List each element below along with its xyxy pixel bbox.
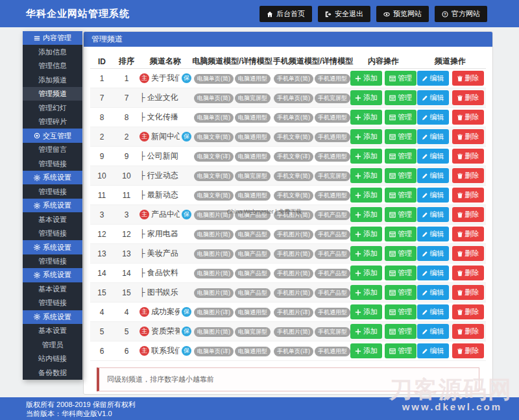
edit-button[interactable]: 编辑 [417,266,449,280]
delete-button[interactable]: 删除 [452,149,484,164]
manage-button[interactable]: 管理 [385,129,416,144]
nav-preview-button[interactable]: 预览网站 [376,6,429,22]
add-button[interactable]: 添加 [350,324,382,339]
add-button[interactable]: 添加 [350,71,382,86]
edit-button[interactable]: 编辑 [417,227,449,241]
manage-button[interactable]: 管理 [385,324,416,339]
delete-button[interactable]: 删除 [452,266,484,280]
sidebar-section-header[interactable]: 系统设置 [23,310,82,324]
add-button[interactable]: 添加 [350,129,382,144]
delete-button[interactable]: 删除 [452,343,484,358]
nav-home-button[interactable]: 后台首页 [260,6,312,22]
sidebar-item[interactable]: 管理链接 [23,156,82,170]
delete-button[interactable]: 删除 [452,304,484,319]
edit-button[interactable]: 编辑 [417,343,449,358]
manage-button[interactable]: 管理 [385,71,416,86]
sidebar-item[interactable]: 管理员 [23,338,82,352]
manage-button[interactable]: 管理 [385,343,416,358]
table-row: 1111├ 最新动态电脑文章(简)电脑通用型手机文章(简)手机通用型添加管理编辑… [90,186,486,205]
edit-button[interactable]: 编辑 [417,324,449,339]
edit-button-label: 编辑 [430,210,444,219]
add-button[interactable]: 添加 [350,149,382,164]
edit-button[interactable]: 编辑 [417,304,449,319]
sidebar-item[interactable]: 管理链接 [23,254,82,268]
sidebar-item[interactable]: 管理留言 [23,143,82,156]
model-badge: 电脑产品型 [235,249,271,259]
delete-button[interactable]: 删除 [452,129,484,144]
manage-button[interactable]: 管理 [385,168,416,183]
delete-button[interactable]: 删除 [452,110,484,125]
delete-button[interactable]: 删除 [452,71,484,86]
sidebar-item[interactable]: 基本设置 [23,212,82,226]
manage-button[interactable]: 管理 [385,304,416,319]
manage-button[interactable]: 管理 [385,246,416,261]
edit-button[interactable]: 编辑 [417,168,449,183]
nav-logout-button[interactable]: 安全退出 [318,6,370,22]
add-button[interactable]: 添加 [350,227,382,241]
edit-button[interactable]: 编辑 [417,285,449,300]
add-button[interactable]: 添加 [350,110,382,125]
sidebar-item[interactable]: 站内链接 [23,352,82,365]
add-button[interactable]: 添加 [350,343,382,358]
edit-button[interactable]: 编辑 [417,90,449,105]
add-button[interactable]: 添加 [350,285,382,300]
sidebar-item[interactable]: 管理频道 [23,87,82,101]
manage-button[interactable]: 管理 [385,227,416,241]
sidebar-section-header[interactable]: 系统设置 [23,240,82,254]
sidebar-item[interactable]: 添加频道 [23,73,82,86]
sidebar-section-header[interactable]: 内容管理 [23,31,82,45]
sidebar-item[interactable]: 管理信息 [23,59,82,73]
manage-button[interactable]: 管理 [385,207,416,222]
keep-badge: 保 [182,132,191,142]
edit-button[interactable]: 编辑 [417,71,449,86]
add-button[interactable]: 添加 [350,266,382,280]
add-button[interactable]: 添加 [350,207,382,222]
manage-button[interactable]: 管理 [385,285,416,300]
sidebar-item[interactable]: 管理链接 [23,227,82,240]
sidebar-item[interactable]: 基本设置 [23,282,82,296]
delete-button[interactable]: 删除 [452,90,484,105]
edit-button[interactable]: 编辑 [417,188,449,203]
edit-button[interactable]: 编辑 [417,207,449,222]
sidebar-item[interactable]: 添加信息 [23,45,82,58]
add-button[interactable]: 添加 [350,188,382,203]
add-button[interactable]: 添加 [350,304,382,319]
manage-button[interactable]: 管理 [385,149,416,164]
sidebar-item[interactable]: 管理幻灯 [23,101,82,114]
add-button[interactable]: 添加 [350,168,382,183]
delete-button[interactable]: 删除 [452,285,484,300]
delete-button[interactable]: 删除 [452,207,484,222]
cell-id: 1 [90,74,114,83]
edit-button[interactable]: 编辑 [417,129,449,144]
add-button[interactable]: 添加 [350,246,382,261]
sidebar-item[interactable]: 管理链接 [23,296,82,310]
edit-button[interactable]: 编辑 [417,246,449,261]
sidebar-section-header[interactable]: 系统设置 [23,268,82,282]
sidebar-section-header[interactable]: 交互管理 [23,129,82,142]
model-badge: 电脑图片(简) [194,288,234,298]
nav-official-button[interactable]: ?官方网站 [435,6,487,22]
sidebar-item[interactable]: 管理链接 [23,184,82,198]
delete-button[interactable]: 删除 [452,188,484,203]
cell-mobile-models: 手机文章(详)手机通用型 [273,151,351,162]
edit-button[interactable]: 编辑 [417,149,449,164]
cell-channel-name: ├ 文化传播 [139,112,191,123]
manage-button[interactable]: 管理 [385,266,416,280]
delete-button[interactable]: 删除 [452,246,484,261]
manage-button[interactable]: 管理 [385,90,416,105]
main-badge: 主 [139,132,149,142]
delete-button[interactable]: 删除 [452,227,484,241]
manage-button[interactable]: 管理 [385,188,416,203]
add-button[interactable]: 添加 [350,90,382,105]
sidebar-section-header[interactable]: 系统设置 [23,171,82,184]
manage-button[interactable]: 管理 [385,110,416,125]
sidebar-item[interactable]: 备份数据 [23,366,82,380]
delete-button[interactable]: 删除 [452,324,484,339]
sidebar-item[interactable]: 管理碎片 [23,115,82,129]
cell-content-actions: 添加管理 [351,149,416,164]
sidebar-item[interactable]: 基本设置 [23,324,82,338]
edit-button[interactable]: 编辑 [417,110,449,125]
sidebar-section-header[interactable]: 系统设置 [23,199,82,212]
delete-button[interactable]: 删除 [452,168,484,183]
model-badge: 手机产品型 [315,230,350,240]
